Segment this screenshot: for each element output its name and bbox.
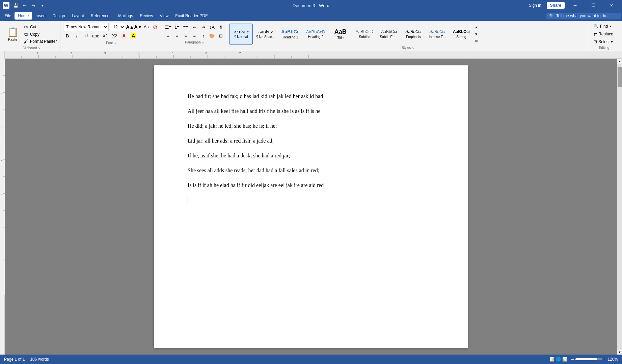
left-ruler: 1 2 3 4: [0, 59, 5, 355]
scroll-down-button[interactable]: ▼: [617, 350, 622, 355]
scroll-track[interactable]: [617, 64, 622, 350]
undo-button[interactable]: ↩: [21, 2, 28, 9]
superscript-button[interactable]: X2: [110, 32, 118, 40]
style-intense-emphasis[interactable]: AaBbCci Intense E...: [426, 24, 449, 44]
replace-button[interactable]: ⇄ Replace: [591, 31, 617, 37]
zoom-out-button[interactable]: ─: [571, 357, 574, 362]
document-page[interactable]: He had fir; she had fak; d has lad kid r…: [154, 65, 468, 348]
cut-label: Cut: [30, 25, 36, 29]
sign-in-button[interactable]: Sign in: [526, 2, 544, 8]
shading-button[interactable]: 🎨: [208, 32, 216, 40]
show-formatting-button[interactable]: ¶: [217, 23, 225, 31]
format-painter-button[interactable]: 🖌 Format Painter: [21, 38, 59, 45]
paragraph-expand-icon[interactable]: ↘: [201, 41, 204, 44]
style-normal[interactable]: AaBbCc ¶ Normal: [229, 24, 253, 44]
justify-button[interactable]: ≡: [190, 32, 198, 40]
font-name-select[interactable]: Times New Roman: [63, 23, 109, 31]
style-title[interactable]: AaB Title: [329, 24, 352, 44]
bold-button[interactable]: B: [63, 32, 71, 40]
underline-button[interactable]: U: [82, 32, 90, 40]
share-button[interactable]: Share: [547, 2, 565, 9]
scroll-up-button[interactable]: ▲: [617, 59, 622, 64]
paragraph-7[interactable]: Is is if if ah he elad ha if fir did eel…: [188, 181, 434, 189]
menu-insert[interactable]: Insert: [32, 12, 49, 20]
paragraph-1[interactable]: He had fir; she had fak; d has lad kid r…: [188, 92, 434, 100]
paragraph-6[interactable]: She sees all adds she reads; her dad had…: [188, 166, 434, 175]
style-strong[interactable]: AaBbCci Strong: [450, 24, 473, 44]
increase-font-size-button[interactable]: A▲: [127, 23, 133, 31]
bullets-button[interactable]: ☰≡: [164, 23, 172, 31]
cursor-paragraph[interactable]: [188, 196, 434, 206]
styles-scroll-down-button[interactable]: ▼: [474, 31, 479, 38]
font-expand-icon[interactable]: ↘: [113, 41, 116, 45]
sort-button[interactable]: ↕A: [208, 23, 216, 31]
menu-view[interactable]: View: [157, 12, 172, 20]
scroll-thumb[interactable]: [618, 67, 622, 87]
paste-button[interactable]: 📋 Paste: [4, 23, 21, 46]
borders-button[interactable]: ⊞: [217, 32, 225, 40]
menu-mailings[interactable]: Mailings: [115, 12, 136, 20]
page-content[interactable]: He had fir; she had fak; d has lad kid r…: [188, 92, 434, 206]
styles-group: AaBbCc ¶ Normal AaBbCc ¶ No Spac... AaBb…: [228, 22, 588, 51]
paragraph-3[interactable]: He did; a jak; he led; she has; he is; i…: [188, 122, 434, 130]
style-heading2[interactable]: AaBbCcD Heading 2: [303, 24, 328, 44]
menu-references[interactable]: References: [87, 12, 115, 20]
zoom-in-button[interactable]: +: [604, 357, 606, 362]
multilevel-list-button[interactable]: ≡≡: [182, 23, 190, 31]
paragraph-5[interactable]: If he; as if she; he had a desk; she had…: [188, 152, 434, 160]
style-subtitle[interactable]: AaBbCcD Subtitle: [353, 24, 377, 44]
paragraph-4[interactable]: Lid jar; all her ads; a red fish; a jade…: [188, 137, 434, 145]
clipboard-expand-icon[interactable]: ↘: [38, 47, 40, 50]
copy-label: Copy: [30, 32, 39, 37]
line-spacing-button[interactable]: ↕: [199, 32, 207, 40]
cut-button[interactable]: ✂ Cut: [21, 24, 59, 30]
style-subtle-emphasis[interactable]: AaBbCci Subtle Em...: [377, 24, 401, 44]
menu-foxit[interactable]: Foxit Reader PDF: [172, 12, 211, 20]
highlight-color-button[interactable]: A: [129, 32, 137, 40]
align-left-button[interactable]: ≡: [164, 32, 172, 40]
customize-quick-access-button[interactable]: ▾: [38, 2, 46, 9]
styles-more-button[interactable]: ⊞: [474, 37, 479, 44]
align-right-button[interactable]: ≡: [182, 32, 190, 40]
style-heading1[interactable]: AaBbCc Heading 1: [278, 24, 302, 44]
numbering-button[interactable]: 1≡: [173, 23, 181, 31]
search-placeholder: Tell me what you want to do...: [556, 13, 610, 18]
ribbon: 📋 Paste ✂ Cut ⧉ Copy 🖌 Format Painter C: [0, 21, 622, 51]
style-heading2-label: Heading 2: [308, 35, 323, 39]
text-color-button[interactable]: A: [120, 32, 128, 40]
menu-layout[interactable]: Layout: [69, 12, 87, 20]
select-button[interactable]: ⊡ Select ▾: [591, 38, 617, 45]
cut-icon: ✂: [23, 24, 29, 30]
styles-expand-icon[interactable]: ↘: [411, 46, 414, 50]
copy-button[interactable]: ⧉ Copy: [21, 31, 59, 38]
redo-button[interactable]: ↪: [30, 2, 37, 9]
save-button[interactable]: 💾: [12, 2, 20, 9]
clear-formatting-button[interactable]: ⊘: [151, 23, 159, 31]
style-title-label: Title: [337, 36, 344, 40]
document-area[interactable]: He had fir; she had fak; d has lad kid r…: [5, 59, 617, 355]
menu-review[interactable]: Review: [136, 12, 156, 20]
decrease-font-size-button[interactable]: A▼: [135, 23, 141, 31]
font-size-select[interactable]: 12: [110, 23, 125, 31]
status-bar-left: Page 1 of 1 106 words: [4, 357, 49, 362]
style-emphasis[interactable]: AaBbCci Emphasis: [402, 24, 425, 44]
italic-button[interactable]: I: [73, 32, 81, 40]
subscript-button[interactable]: X2: [101, 32, 109, 40]
find-button[interactable]: 🔍 Find ▾: [591, 23, 617, 30]
increase-indent-button[interactable]: ⇥: [199, 23, 207, 31]
align-center-button[interactable]: ≡: [173, 32, 181, 40]
menu-design[interactable]: Design: [49, 12, 68, 20]
tell-me-search[interactable]: 🔍 Tell me what you want to do...: [546, 13, 621, 19]
minimize-button[interactable]: ─: [567, 0, 583, 11]
restore-button[interactable]: ❐: [586, 0, 601, 11]
strikethrough-button[interactable]: abc: [91, 32, 100, 40]
decrease-indent-button[interactable]: ⇤: [190, 23, 198, 31]
styles-scroll-up-button[interactable]: ▲: [474, 24, 479, 31]
close-button[interactable]: ✕: [604, 0, 619, 11]
paragraph-2[interactable]: All jeer haa all keel fire hall add iris…: [188, 107, 434, 115]
change-case-button[interactable]: Aa: [143, 24, 150, 30]
style-no-spacing[interactable]: AaBbCc ¶ No Spac...: [253, 24, 278, 44]
zoom-slider[interactable]: [575, 358, 602, 360]
menu-home[interactable]: Home: [15, 12, 32, 20]
menu-file[interactable]: File: [1, 12, 15, 20]
